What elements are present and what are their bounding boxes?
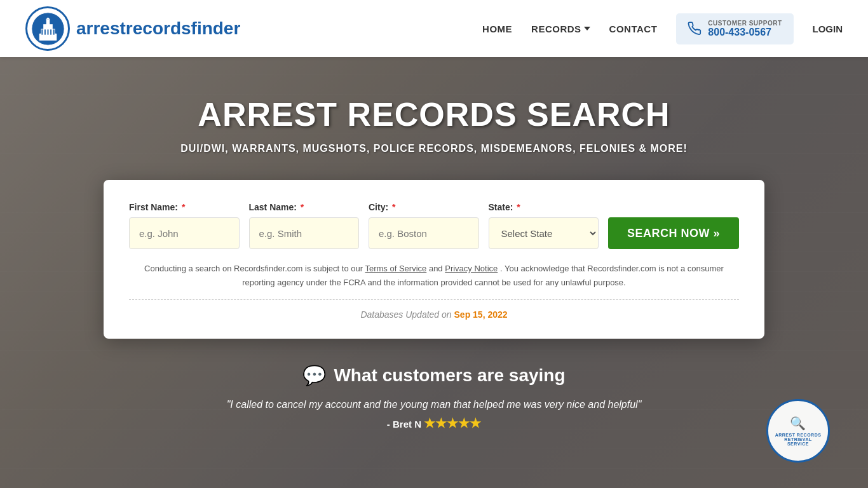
city-field: City: * bbox=[369, 202, 479, 249]
badge: 🔍 ARREST RECORDS RETRIEVAL SERVICE bbox=[766, 399, 830, 463]
state-field: State: * Select StateAlabamaAlaskaArizon… bbox=[489, 202, 599, 249]
testimonial-quote: "I called to cancel my account and the y… bbox=[227, 399, 642, 410]
header: arrestrecordsfinder HOME RECORDS CONTACT… bbox=[0, 0, 868, 57]
city-label: City: * bbox=[369, 202, 479, 212]
last-name-label: Last Name: * bbox=[249, 202, 360, 212]
support-text: CUSTOMER SUPPORT 800-433-0567 bbox=[708, 20, 782, 38]
hero-content: ARREST RECORDS SEARCH DUI/DWI, WARRANTS,… bbox=[0, 95, 868, 431]
svg-rect-4 bbox=[46, 19, 50, 25]
svg-rect-6 bbox=[41, 29, 43, 34]
nav-records[interactable]: RECORDS bbox=[531, 24, 590, 34]
db-update: Databases Updated on Sep 15, 2022 bbox=[129, 309, 739, 320]
last-name-field: Last Name: * bbox=[249, 202, 360, 249]
city-input[interactable] bbox=[369, 217, 479, 249]
support-label: CUSTOMER SUPPORT bbox=[708, 20, 782, 27]
badge-text-2: RETRIEVAL SERVICE bbox=[773, 437, 823, 446]
search-button[interactable]: SEARCH NOW » bbox=[608, 217, 739, 249]
state-select[interactable]: Select StateAlabamaAlaskaArizonaArkansas… bbox=[489, 217, 599, 249]
nav-login[interactable]: LOGIN bbox=[813, 24, 843, 34]
testimonials-title: 💬 What customers are saying bbox=[227, 364, 642, 386]
logo-icon bbox=[25, 6, 70, 51]
state-label: State: * bbox=[489, 202, 599, 212]
hero-subtitle: DUI/DWI, WARRANTS, MUGSHOTS, POLICE RECO… bbox=[180, 143, 688, 154]
logo-text: arrestrecordsfinder bbox=[76, 18, 240, 39]
form-row: First Name: * Last Name: * City: * bbox=[129, 202, 739, 249]
svg-rect-7 bbox=[44, 29, 46, 34]
first-name-input[interactable] bbox=[129, 217, 240, 249]
chevron-down-icon bbox=[584, 27, 590, 30]
customer-support-button[interactable]: CUSTOMER SUPPORT 800-433-0567 bbox=[676, 13, 793, 44]
required-star: * bbox=[179, 202, 185, 212]
privacy-notice-link[interactable]: Privacy Notice bbox=[445, 264, 498, 273]
nav-home[interactable]: HOME bbox=[482, 24, 512, 34]
required-star-4: * bbox=[514, 202, 520, 212]
logo[interactable]: arrestrecordsfinder bbox=[25, 6, 240, 51]
search-form: First Name: * Last Name: * City: * bbox=[104, 180, 764, 339]
db-update-date: Sep 15, 2022 bbox=[454, 309, 508, 320]
badge-circle: 🔍 ARREST RECORDS RETRIEVAL SERVICE bbox=[766, 399, 830, 463]
testimonials-section: 💬 What customers are saying "I called to… bbox=[227, 364, 642, 431]
phone-icon bbox=[688, 22, 702, 36]
hero-section: ARREST RECORDS SEARCH DUI/DWI, WARRANTS,… bbox=[0, 57, 868, 488]
hero-title: ARREST RECORDS SEARCH bbox=[198, 95, 670, 133]
required-star-2: * bbox=[298, 202, 304, 212]
svg-rect-10 bbox=[53, 29, 54, 34]
main-nav: HOME RECORDS CONTACT CUSTOMER SUPPORT 80… bbox=[482, 13, 843, 44]
star-rating: ★★★★★ bbox=[424, 416, 481, 430]
support-number: 800-433-0567 bbox=[708, 27, 771, 38]
last-name-input[interactable] bbox=[249, 217, 360, 249]
terms-of-service-link[interactable]: Terms of Service bbox=[365, 264, 426, 273]
svg-rect-9 bbox=[50, 29, 51, 34]
required-star-3: * bbox=[390, 202, 395, 212]
badge-text-1: ARREST RECORDS bbox=[775, 433, 822, 437]
disclaimer: Conducting a search on Recordsfinder.com… bbox=[129, 262, 739, 290]
chat-icon: 💬 bbox=[302, 364, 326, 386]
svg-rect-8 bbox=[47, 29, 48, 34]
first-name-label: First Name: * bbox=[129, 202, 240, 212]
divider bbox=[129, 299, 739, 300]
first-name-field: First Name: * bbox=[129, 202, 240, 249]
badge-icon: 🔍 bbox=[790, 416, 806, 431]
testimonial-author: - Bret N ★★★★★ bbox=[227, 416, 642, 431]
nav-contact[interactable]: CONTACT bbox=[609, 24, 658, 34]
